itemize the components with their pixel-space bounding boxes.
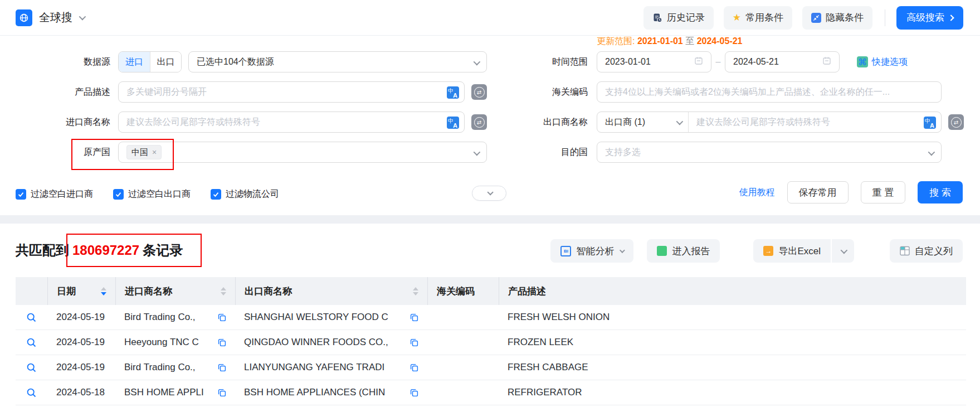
copy-icon[interactable] (212, 364, 226, 372)
results-toolbar: BI 智能分析 进入报告 → 导出Excel 自定义列 (550, 239, 963, 263)
command-icon: ⌘ (857, 56, 868, 67)
chevron-down-icon (676, 118, 684, 125)
collapse-form-button[interactable] (472, 186, 506, 201)
table-row[interactable]: 2024-05-19 Heeyoung TNC C QINGDAO WINNER… (16, 330, 966, 355)
importer-name-input[interactable]: 建议去除公司尾部字符或特殊符号 中 A (118, 112, 465, 133)
checkbox-filter-blank-importer[interactable]: 过滤空白进口商 (16, 188, 93, 200)
importer-name-link[interactable]: Bird Trading Co., (124, 362, 196, 373)
tag-close-icon[interactable]: × (152, 148, 157, 157)
topbar: 全球搜 历史记录 ★ 常用条件 隐藏条件 高级搜索 (0, 0, 980, 36)
synonym-expand-button[interactable]: ⇄ (471, 84, 487, 100)
exporter-name-link[interactable]: SHANGHAI WELSTORY FOOD C (244, 312, 388, 323)
translate-icon[interactable]: 中 A (447, 86, 459, 99)
topbar-actions: 历史记录 ★ 常用条件 隐藏条件 高级搜索 (633, 6, 963, 30)
copy-icon[interactable] (404, 313, 418, 322)
hs-code-input[interactable]: 支持4位以上海关编码或者2位海关编码加上产品描述、企业名称的任一... (597, 81, 942, 103)
save-common-button[interactable]: 保存常用 (787, 181, 849, 204)
exporter-type-select[interactable]: 出口商 (1) (597, 112, 689, 132)
start-date-input[interactable]: 2023-01-01 (597, 51, 711, 72)
destination-row: 目的国 支持多选 (493, 142, 964, 163)
origin-country-select[interactable]: 中国 × (118, 142, 487, 163)
table-row[interactable]: 2024-05-19 Bird Trading Co., SHANGHAI WE… (16, 305, 966, 330)
tab-export[interactable]: 出口 (150, 52, 181, 72)
destination-select[interactable]: 支持多选 (597, 142, 942, 163)
filter-form-right: 时间范围 2023-01-01 – 2024-05-21 ⌘ (493, 51, 964, 172)
product-desc-input[interactable]: 多关键词用分号隔开 中 A (118, 81, 465, 103)
history-label: 历史记录 (667, 11, 705, 24)
column-header-exporter[interactable]: 出口商名称 (235, 277, 427, 305)
data-source-select[interactable]: 已选中104个数据源 (188, 51, 487, 72)
checkbox-filter-logistics[interactable]: 过滤物流公司 (211, 188, 279, 200)
country-tag-text: 中国 (131, 147, 148, 158)
synonym-expand-button[interactable]: ⇄ (471, 114, 487, 130)
column-header-date[interactable]: 日期 (47, 277, 115, 305)
export-options-dropdown[interactable] (832, 239, 854, 263)
chevron-down-icon (928, 149, 935, 156)
importer-name-link[interactable]: Bird Trading Co., (124, 312, 196, 323)
hide-conditions-button[interactable]: 隐藏条件 (802, 6, 872, 30)
copy-icon[interactable] (212, 313, 226, 322)
start-date-value: 2023-01-01 (605, 57, 651, 67)
exporter-name-link[interactable]: QINGDAO WINNER FOODS CO., (244, 337, 388, 348)
search-button[interactable]: 搜 索 (918, 181, 963, 204)
export-excel-label: 导出Excel (778, 245, 821, 258)
tab-import[interactable]: 进口 (119, 52, 150, 72)
sort-icon[interactable] (221, 287, 226, 295)
reset-button[interactable]: 重 置 (861, 181, 906, 204)
time-range-row: 时间范围 2023-01-01 – 2024-05-21 ⌘ (493, 51, 964, 72)
table-row[interactable]: 2024-05-19 Bird Trading Co., LIANYUNGANG… (16, 355, 966, 380)
translate-icon[interactable]: 中 A (447, 117, 459, 129)
exporter-name-link[interactable]: BSH HOME APPLIANCES (CHIN (244, 387, 385, 398)
search-detail-icon[interactable] (26, 387, 37, 398)
row-product-desc: FRESH WELSH ONION (508, 312, 610, 323)
synonym-expand-button[interactable]: ⇄ (948, 114, 964, 130)
custom-columns-label: 自定义列 (915, 245, 953, 258)
row-product-desc: FRESH CABBAGE (508, 362, 588, 373)
search-detail-icon[interactable] (26, 312, 37, 323)
enter-report-button[interactable]: 进入报告 (647, 239, 720, 263)
importer-name-link[interactable]: Heeyoung TNC C (124, 337, 199, 348)
section-divider (0, 215, 980, 224)
search-detail-icon[interactable] (26, 337, 37, 348)
copy-icon[interactable] (212, 389, 226, 397)
sort-icon[interactable] (413, 287, 418, 295)
exporter-name-placeholder: 建议去除公司尾部字符或特殊符号 (696, 117, 830, 128)
result-summary: 共匹配到180697227条记录 (16, 241, 183, 259)
data-source-selected-text: 已选中104个数据源 (197, 56, 274, 68)
favorites-button[interactable]: ★ 常用条件 (724, 6, 792, 30)
tutorial-link[interactable]: 使用教程 (739, 187, 775, 198)
global-search-page: 全球搜 历史记录 ★ 常用条件 隐藏条件 高级搜索 (0, 0, 980, 407)
copy-icon[interactable] (404, 364, 418, 372)
table-header: 日期 进口商名称 出口商名称 海关编码 产品描述 (16, 277, 966, 305)
history-button[interactable]: 历史记录 (643, 6, 714, 30)
sort-icon[interactable] (101, 287, 106, 295)
copy-icon[interactable] (404, 389, 418, 397)
advanced-search-label: 高级搜索 (906, 11, 944, 24)
exporter-name-input[interactable]: 建议去除公司尾部字符或特殊符号 中 A (689, 112, 941, 132)
advanced-search-button[interactable]: 高级搜索 (896, 6, 963, 30)
importer-name-link[interactable]: BSH HOME APPLI (124, 387, 204, 398)
copy-icon[interactable] (212, 338, 226, 347)
end-date-input[interactable]: 2024-05-21 (725, 51, 840, 72)
filter-form-left: 数据源 进口 出口 已选中104个数据源 产品描述 多关键词用分号隔开 中 (16, 51, 487, 172)
importer-name-label: 进口商名称 (16, 117, 110, 128)
column-header-importer[interactable]: 进口商名称 (115, 277, 235, 305)
origin-country-row: 原产国 中国 × (16, 142, 487, 163)
row-product-desc: FROZEN LEEK (508, 337, 573, 348)
search-detail-icon[interactable] (26, 362, 37, 373)
chevron-down-icon (474, 149, 481, 156)
copy-icon[interactable] (404, 338, 418, 347)
import-export-toggle: 进口 出口 (118, 51, 182, 72)
checkbox-label: 过滤物流公司 (226, 188, 279, 200)
exporter-name-link[interactable]: LIANYUNGANG YAFENG TRADI (244, 362, 384, 373)
exporter-name-control: 出口商 (1) 建议去除公司尾部字符或特殊符号 中 A (597, 112, 942, 133)
table-row[interactable]: 2024-05-18 BSH HOME APPLI BSH HOME APPLI… (16, 380, 966, 405)
custom-columns-button[interactable]: 自定义列 (890, 239, 963, 263)
export-excel-button[interactable]: → 导出Excel (753, 239, 831, 263)
chevron-down-icon[interactable] (79, 13, 86, 21)
quick-options-link[interactable]: ⌘ 快捷选项 (853, 56, 908, 68)
translate-icon[interactable]: 中 A (924, 117, 936, 129)
result-prefix: 共匹配到 (16, 243, 69, 258)
smart-analysis-button[interactable]: BI 智能分析 (550, 239, 633, 263)
checkbox-filter-blank-exporter[interactable]: 过滤空白出口商 (113, 188, 191, 200)
